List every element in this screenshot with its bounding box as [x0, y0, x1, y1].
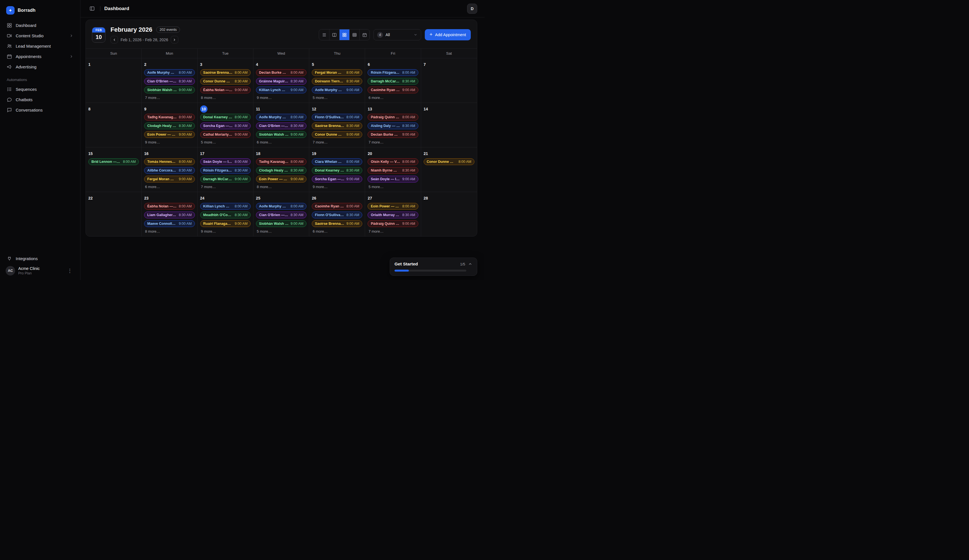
event-pill[interactable]: Conor Dunne — C…8:00 AM [424, 158, 475, 165]
next-month-button[interactable] [171, 36, 178, 43]
day-cell[interactable]: 13Pádraig Quinn — …8:00 AMAisling Daly —… [365, 103, 421, 148]
sidebar-item-sequences[interactable]: Sequences [4, 84, 76, 95]
event-pill[interactable]: Sorcha Egan — Te…8:30 AM [200, 123, 251, 129]
event-pill[interactable]: Eoin Power — Ven…9:00 AM [256, 176, 306, 183]
more-events-link[interactable]: 6 more… [312, 229, 362, 234]
more-events-link[interactable]: 6 more… [368, 95, 418, 100]
day-cell[interactable]: 7 [421, 58, 477, 103]
day-cell[interactable]: 16Tomás Hennessy …8:00 AMAilbhe Corcoran… [142, 148, 197, 192]
event-pill[interactable]: Meadhbh O'Conn…8:30 AM [200, 212, 251, 218]
day-cell[interactable]: 15Bríd Lennon — Invi…8:00 AM [86, 148, 142, 192]
sidebar-toggle-button[interactable] [88, 5, 96, 13]
event-pill[interactable]: Ailbhe Corcoran …8:30 AM [144, 167, 195, 174]
more-events-link[interactable]: 9 more… [200, 229, 251, 234]
more-events-link[interactable]: 9 more… [312, 184, 362, 189]
event-pill[interactable]: Caoimhe Ryan — …8:00 AM [312, 203, 362, 209]
event-pill[interactable]: Killian Lynch — De…8:00 AM [200, 203, 251, 209]
event-pill[interactable]: Cian O'Brien — Te…8:30 AM [256, 212, 306, 218]
day-cell[interactable]: 10Donal Kearney — I…8:00 AMSorcha Egan —… [198, 103, 253, 148]
event-pill[interactable]: Sorcha Egan — Te…9:00 AM [312, 176, 362, 183]
day-cell[interactable]: 18Tadhg Kavanagh …8:00 AMClodagh Healy —… [253, 148, 309, 192]
event-pill[interactable]: Tadhg Kavanagh …8:00 AM [256, 158, 306, 165]
event-pill[interactable]: Fionn O'Sullivan …8:30 AM [312, 212, 362, 218]
more-events-link[interactable]: 9 more… [256, 95, 306, 100]
sidebar-item-conversations[interactable]: Conversations [4, 105, 76, 115]
event-pill[interactable]: Ciara Whelan — D…8:00 AM [312, 158, 362, 165]
event-pill[interactable]: Pádraig Quinn — …8:00 AM [368, 114, 418, 121]
more-events-link[interactable]: 9 more… [144, 140, 195, 145]
more-events-link[interactable]: 6 more… [144, 184, 195, 189]
sidebar-item-advertising[interactable]: Advertising [4, 61, 76, 72]
event-pill[interactable]: Aoife Murphy — D…8:00 AM [256, 114, 306, 121]
day-cell[interactable]: 22 [86, 192, 142, 236]
event-pill[interactable]: Conor Dunne — C…9:00 AM [312, 131, 362, 138]
staff-filter-dropdown[interactable]: d All [373, 29, 421, 40]
more-events-link[interactable]: 7 more… [144, 95, 195, 100]
day-cell[interactable]: 26Caoimhe Ryan — …8:00 AMFionn O'Sulliva… [309, 192, 365, 236]
event-pill[interactable]: Eoin Power — Ven…9:00 AM [144, 131, 195, 138]
event-pill[interactable]: Éabha Nolan — E…8:00 AM [144, 203, 195, 209]
more-events-link[interactable]: 7 more… [368, 229, 418, 234]
day-cell[interactable]: 25Aoife Murphy — D…8:00 AMCian O'Brien —… [253, 192, 309, 236]
day-cell[interactable]: 19Ciara Whelan — D…8:00 AMDonal Kearney … [309, 148, 365, 192]
prev-month-button[interactable] [110, 36, 118, 43]
more-events-link[interactable]: 7 more… [200, 184, 251, 189]
day-cell[interactable]: 8 [86, 103, 142, 148]
event-pill[interactable]: Fergal Moran — Ni…8:00 AM [312, 69, 362, 76]
day-cell[interactable]: 27Eoin Power — Ven…8:00 AMOrlaith Murray… [365, 192, 421, 236]
event-pill[interactable]: Siobhán Walsh — I…9:00 AM [256, 131, 306, 138]
view-schedule-button[interactable] [360, 30, 370, 40]
event-pill[interactable]: Aoife Murphy — D…8:00 AM [144, 69, 195, 76]
event-pill[interactable]: Siobhán Walsh — I…9:00 AM [144, 86, 195, 93]
sidebar-item-lead-management[interactable]: Lead Management [4, 41, 76, 51]
sidebar-item-appointments[interactable]: Appointments [4, 51, 76, 61]
event-pill[interactable]: Cathal Moriarty —…9:00 AM [200, 131, 251, 138]
event-pill[interactable]: Seán Doyle — Imp…8:00 AM [200, 158, 251, 165]
event-pill[interactable]: Niamh Byrne — E…8:30 AM [368, 167, 418, 174]
day-cell[interactable]: 6Róisín Fitzgerald …8:00 AMDarragh McCar… [365, 58, 421, 103]
day-cell[interactable]: 2Aoife Murphy — D…8:00 AMCian O'Brien — … [142, 58, 197, 103]
day-cell[interactable]: 9Tadhg Kavanagh …8:00 AMClodagh Healy — … [142, 103, 197, 148]
event-pill[interactable]: Saoirse Brennan …8:30 AM [312, 123, 362, 129]
event-pill[interactable]: Ruairí Flanagan —…9:00 AM [200, 220, 251, 227]
event-pill[interactable]: Aoife Murphy — D…8:00 AM [256, 203, 306, 209]
day-cell[interactable]: 20Oisín Kelly — Ven…8:00 AMNiamh Byrne —… [365, 148, 421, 192]
event-pill[interactable]: Maeve Connolly —…9:00 AM [144, 220, 195, 227]
view-table-button[interactable] [350, 30, 360, 40]
more-events-link[interactable]: 6 more… [256, 140, 306, 145]
event-pill[interactable]: Aoife Murphy — D…9:00 AM [312, 86, 362, 93]
event-pill[interactable]: Eoin Power — Ven…8:00 AM [368, 203, 418, 209]
view-list-button[interactable] [319, 30, 329, 40]
event-pill[interactable]: Siobhán Walsh — I…9:00 AM [256, 220, 306, 227]
more-events-link[interactable]: 8 more… [200, 95, 251, 100]
day-cell[interactable]: 12Fionn O'Sullivan …8:00 AMSaoirse Brenn… [309, 103, 365, 148]
view-day-button[interactable] [329, 30, 339, 40]
more-events-link[interactable]: 5 more… [312, 95, 362, 100]
chevron-up-icon[interactable] [468, 262, 473, 266]
more-events-link[interactable]: 8 more… [256, 184, 306, 189]
day-cell[interactable]: 11Aoife Murphy — D…8:00 AMCian O'Brien —… [253, 103, 309, 148]
event-pill[interactable]: Declan Burke — R…8:00 AM [256, 69, 306, 76]
event-pill[interactable]: Clodagh Healy — I…8:30 AM [256, 167, 306, 174]
event-pill[interactable]: Aisling Daly — Ch…8:30 AM [368, 123, 418, 129]
event-pill[interactable]: Seán Doyle — Imp…9:00 AM [368, 176, 418, 183]
event-pill[interactable]: Éabha Nolan — E…9:00 AM [200, 86, 251, 93]
event-pill[interactable]: Tomás Hennessy …8:00 AM [144, 158, 195, 165]
account-menu-icon[interactable]: ⋮ [65, 266, 75, 275]
day-cell[interactable]: 23Éabha Nolan — E…8:00 AMLiam Gallagher … [142, 192, 197, 236]
event-pill[interactable]: Killian Lynch — De…9:00 AM [256, 86, 306, 93]
event-pill[interactable]: Cian O'Brien — Te…8:30 AM [144, 78, 195, 85]
sidebar-item-chatbots[interactable]: Chatbots [4, 95, 76, 105]
event-pill[interactable]: Conor Dunne — C…8:30 AM [200, 78, 251, 85]
event-pill[interactable]: Bríd Lennon — Invi…8:00 AM [88, 158, 139, 165]
event-pill[interactable]: Darragh McCarth…9:00 AM [200, 176, 251, 183]
event-pill[interactable]: Pádraig Quinn — …9:00 AM [368, 220, 418, 227]
event-pill[interactable]: Cian O'Brien — Te…8:30 AM [256, 123, 306, 129]
more-events-link[interactable]: 5 more… [368, 184, 418, 189]
event-pill[interactable]: Orlaith Murray — …8:30 AM [368, 212, 418, 218]
more-events-link[interactable]: 7 more… [312, 140, 362, 145]
event-pill[interactable]: Declan Burke — R…9:00 AM [368, 131, 418, 138]
day-cell[interactable]: 3Saoirse Brennan …8:00 AMConor Dunne — C… [198, 58, 253, 103]
event-pill[interactable]: Gráinne Maguire …8:30 AM [256, 78, 306, 85]
day-cell[interactable]: 21Conor Dunne — C…8:00 AM [421, 148, 477, 192]
